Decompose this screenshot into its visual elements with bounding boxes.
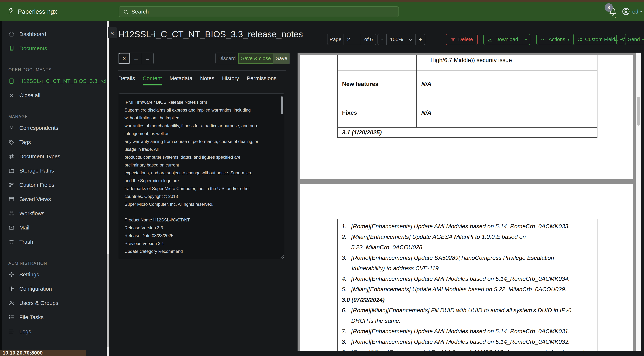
send-button[interactable]: Send ▾ — [616, 34, 644, 45]
brand-name[interactable]: Paperless-ngx — [18, 8, 57, 15]
file-tasks-icon — [8, 314, 14, 320]
sidebar-item-h12ssl-i-c-ct-nt-bios-3-3-rel[interactable]: H12SSL-i_C_CT_NT_BIOS_3.3_rel... — [2, 76, 106, 86]
pdf-scrollbar[interactable] — [636, 52, 641, 351]
pdf-page-2: 1.[Rome][Enhancements] Update AMI Module… — [300, 184, 633, 351]
sidebar-item-correspondents[interactable]: Correspondents — [2, 122, 106, 134]
sidebar-item-logs[interactable]: Logs — [2, 326, 106, 337]
caret-down-icon: ▾ — [525, 38, 527, 41]
release-note-text: [Milan][Enhancements] Update AGESA Milan… — [351, 232, 526, 242]
sidebar-item-file-tasks[interactable]: File Tasks — [2, 312, 106, 323]
collapse-sidebar-button[interactable]: « — [108, 27, 117, 38]
release-note-line: Vulnerability) to address CVE-119 — [342, 263, 592, 274]
send-button-label: Send — [628, 36, 640, 42]
custom-fields-icon — [577, 37, 583, 42]
page-number-input[interactable] — [344, 34, 361, 45]
sidebar-item-label: H12SSL-i_C_CT_NT_BIOS_3.3_rel... — [19, 78, 106, 84]
sidebar-item-label: Saved Views — [19, 196, 51, 202]
table-row-value: N/A — [417, 70, 598, 98]
notification-count-badge: 3 — [604, 3, 613, 12]
release-note-text: [Rome][Enhancements] Update AMI Modules … — [351, 274, 570, 284]
sidebar-item-documents[interactable]: Documents — [2, 43, 106, 54]
release-note-line: DHCP is the same. — [342, 316, 592, 326]
download-dropdown-toggle[interactable]: ▾ — [522, 34, 530, 45]
sidebar-item-mail[interactable]: Mail — [2, 222, 106, 233]
delete-button[interactable]: Delete — [446, 34, 478, 45]
tab-metadata[interactable]: Metadata — [170, 75, 192, 86]
sidebar-item-users-groups[interactable]: Users & Groups — [2, 298, 106, 308]
next-document-button[interactable]: → — [142, 53, 153, 64]
table-overflow-line: High/6.7 Middle)) security issue — [417, 55, 598, 70]
discard-button[interactable]: Discard — [216, 53, 238, 64]
notifications-caret-icon: ▾ — [614, 15, 616, 19]
release-note-number — [342, 263, 351, 274]
saved-views-icon — [8, 196, 14, 202]
release-note-line: 5.22_MilanCrb_0ACOU028. — [342, 242, 592, 253]
zoom-in-button[interactable]: + — [416, 34, 425, 45]
sidebar-item-label: Logs — [19, 328, 31, 335]
close-icon — [8, 92, 14, 98]
release-notes-table: High/6.7 Middle)) security issue New fea… — [337, 55, 598, 138]
actions-button-label: Actions — [548, 36, 565, 42]
file-text-icon — [8, 78, 14, 84]
home-icon — [8, 31, 14, 37]
trash-icon — [450, 37, 456, 42]
workflows-icon — [8, 210, 14, 216]
zoom-out-button[interactable]: - — [378, 34, 386, 45]
document-nav-group: × ← → — [118, 52, 154, 64]
sidebar-item-storage-paths[interactable]: Storage Paths — [2, 165, 106, 176]
previous-document-button[interactable]: ← — [130, 53, 142, 64]
sidebar-item-tags[interactable]: Tags — [2, 137, 106, 148]
pdf-scrollbar-thumb[interactable] — [637, 97, 640, 126]
release-note-text: DHCP is the same. — [351, 316, 401, 326]
caret-down-icon: ▾ — [642, 38, 644, 41]
sidebar-item-trash[interactable]: Trash — [2, 236, 106, 247]
sidebar-item-document-types[interactable]: Document Types — [2, 151, 106, 162]
sidebar-item-saved-views[interactable]: Saved Views — [2, 194, 106, 205]
release-note-text: [Rome][Milan][Enhancements] Fill DUID wi… — [351, 305, 571, 316]
release-note-number: 7. — [342, 326, 351, 337]
zoom-level-select[interactable]: 100% — [386, 34, 416, 45]
trash-icon — [8, 239, 14, 245]
release-notes-list: 1.[Rome][Enhancements] Update AMI Module… — [337, 219, 598, 351]
save-button[interactable]: Save — [274, 53, 290, 64]
top-navbar: Paperless-ngx 3 ▾ ed ▾ — [0, 2, 644, 21]
content-textarea[interactable]: IPMI Firmware / BIOS Release Notes Form … — [119, 94, 284, 259]
username[interactable]: ed — [632, 8, 638, 15]
release-note-number: 1. — [342, 221, 351, 232]
sidebar-item-dashboard[interactable]: Dashboard — [2, 29, 106, 40]
download-icon — [488, 37, 493, 42]
pdf-page-1: High/6.7 Middle)) security issue New fea… — [300, 55, 633, 179]
sidebar-section-administration: ADMINISTRATION — [2, 261, 106, 266]
sidebar-item-close-all[interactable]: Close all — [2, 90, 106, 101]
sidebar-item-workflows[interactable]: Workflows — [2, 208, 106, 219]
window-left-edge — [0, 21, 2, 356]
caret-down-icon: ▾ — [568, 38, 570, 41]
tab-notes[interactable]: Notes — [200, 75, 214, 86]
textarea-resize-handle[interactable] — [280, 254, 284, 258]
user-avatar-icon[interactable] — [621, 7, 630, 16]
release-note-number: 4. — [342, 274, 351, 284]
tab-content[interactable]: Content — [143, 75, 162, 86]
sidebar-scrollbar[interactable] — [106, 21, 109, 356]
sidebar-item-custom-fields[interactable]: Custom Fields — [2, 180, 106, 190]
textarea-scrollbar-thumb[interactable] — [281, 96, 283, 114]
sidebar-item-settings[interactable]: Settings — [2, 269, 106, 280]
chevron-down-icon — [409, 37, 412, 40]
tab-permissions[interactable]: Permissions — [247, 75, 276, 86]
actions-button[interactable]: Actions ▾ — [536, 34, 574, 45]
sidebar-item-configuration[interactable]: Configuration — [2, 283, 106, 294]
global-search[interactable] — [119, 6, 399, 17]
download-button[interactable]: Download ▾ — [483, 34, 530, 45]
search-input[interactable] — [132, 7, 387, 16]
sidebar-item-label: Close all — [19, 92, 40, 98]
user-menu-caret-icon[interactable]: ▾ — [640, 10, 642, 14]
tab-history[interactable]: History — [222, 75, 239, 86]
save-and-close-button[interactable]: Save & close — [238, 53, 274, 64]
sidebar-item-label: Configuration — [19, 286, 52, 292]
release-note-line: 6.[Rome][Milan][Enhancements] Fill DUID … — [342, 305, 592, 316]
release-note-text: [Rome][Enhancements] Update AMI Modules … — [351, 326, 570, 337]
close-document-button[interactable]: × — [119, 53, 130, 64]
sidebar-item-label: Correspondents — [19, 125, 58, 131]
tab-details[interactable]: Details — [118, 75, 135, 86]
sidebar-scrollbar-thumb[interactable] — [107, 254, 109, 347]
